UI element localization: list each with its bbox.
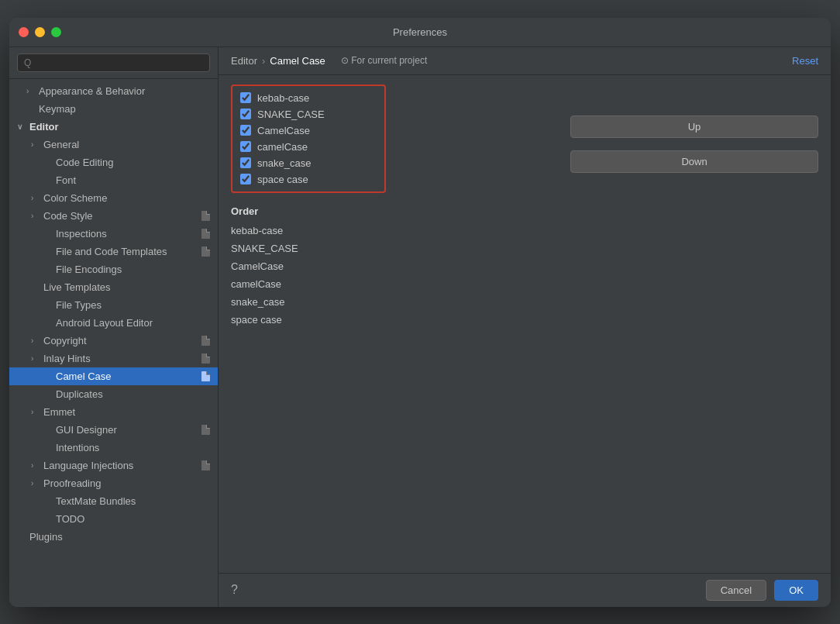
chevron-right-icon: › — [31, 336, 42, 345]
chevron-right-icon: › — [31, 354, 42, 363]
up-button[interactable]: Up — [570, 115, 818, 138]
order-item-4: snake_case — [231, 295, 386, 309]
order-section: Order kebab-case SNAKE_CASE CamelCase ca… — [231, 205, 386, 327]
sidebar-item-editor[interactable]: ∨ Editor — [9, 118, 218, 136]
chevron-right-icon: › — [31, 140, 42, 149]
chevron-right-icon: › — [31, 461, 42, 470]
sidebar-item-label: Copyright — [43, 335, 198, 346]
checkbox-snake-case[interactable] — [240, 157, 251, 168]
sidebar-item-todo[interactable]: TODO — [9, 510, 218, 528]
sidebar-item-label: Camel Case — [56, 371, 198, 382]
cancel-button[interactable]: Cancel — [706, 580, 766, 601]
window-title: Preferences — [393, 26, 447, 38]
checkbox-label: space case — [257, 174, 308, 185]
sidebar-item-label: Language Injections — [43, 460, 198, 471]
sidebar-item-label: Intentions — [56, 442, 210, 453]
sidebar-item-label: General — [43, 139, 210, 150]
sidebar-item-textmate-bundles[interactable]: TextMate Bundles — [9, 492, 218, 510]
order-item-3: camelCase — [231, 277, 386, 291]
sidebar-item-emmet[interactable]: › Emmet — [9, 403, 218, 421]
minimize-button[interactable] — [35, 27, 45, 37]
checkbox-space-case[interactable] — [240, 174, 251, 184]
sidebar-item-duplicates[interactable]: Duplicates — [9, 385, 218, 403]
checkbox-label: SNAKE_CASE — [257, 109, 325, 120]
sidebar-item-label: Font — [56, 174, 210, 186]
page-icon — [201, 336, 210, 346]
checkbox-snake-case-upper[interactable] — [240, 109, 251, 119]
for-project-label: ⊙ For current project — [341, 55, 427, 66]
breadcrumb-parent: Editor — [231, 55, 257, 67]
order-title: Order — [231, 205, 386, 217]
breadcrumb-separator: › — [262, 55, 265, 67]
sidebar-item-label: File Types — [56, 299, 210, 311]
sidebar-item-label: Android Layout Editor — [56, 317, 210, 329]
sidebar-item-inspections[interactable]: Inspections — [9, 225, 218, 243]
content-header: Editor › Camel Case ⊙ For current projec… — [219, 47, 831, 75]
sidebar-item-plugins[interactable]: Plugins — [9, 528, 218, 546]
sidebar-item-code-editing[interactable]: Code Editing — [9, 153, 218, 171]
sidebar-item-label: TODO — [56, 513, 210, 525]
checkbox-item-kebab-case: kebab-case — [240, 92, 377, 104]
sidebar-item-file-types[interactable]: File Types — [9, 296, 218, 314]
help-button[interactable]: ? — [231, 583, 238, 597]
search-bar — [9, 47, 218, 79]
sidebar-item-label: Code Style — [43, 210, 198, 222]
sidebar-item-keymap[interactable]: Keymap — [9, 100, 218, 118]
sidebar-item-label: Duplicates — [56, 388, 210, 400]
sidebar-item-gui-designer[interactable]: GUI Designer — [9, 421, 218, 439]
maximize-button[interactable] — [51, 27, 61, 37]
order-item-2: CamelCase — [231, 259, 386, 274]
sidebar-item-inlay-hints[interactable]: › Inlay Hints — [9, 350, 218, 367]
content-area: Editor › Camel Case ⊙ For current projec… — [219, 47, 831, 607]
sidebar-item-intentions[interactable]: Intentions — [9, 439, 218, 457]
for-project: ⊙ For current project — [341, 55, 427, 66]
right-panel: Up Down — [401, 84, 818, 564]
page-icon — [201, 246, 210, 257]
page-icon — [201, 371, 210, 381]
down-button[interactable]: Down — [570, 150, 818, 173]
sidebar-item-code-style[interactable]: › Code Style — [9, 207, 218, 225]
sidebar-item-label: TextMate Bundles — [56, 495, 210, 507]
close-button[interactable] — [19, 27, 29, 37]
ok-button[interactable]: OK — [774, 580, 818, 601]
sidebar-item-copyright[interactable]: › Copyright — [9, 332, 218, 350]
sidebar-item-file-code-templates[interactable]: File and Code Templates — [9, 243, 218, 260]
checkbox-item-camel-case-lower: camelCase — [240, 141, 377, 153]
order-item-0: kebab-case — [231, 223, 386, 238]
reset-button[interactable]: Reset — [792, 55, 818, 67]
left-panel: kebab-case SNAKE_CASE CamelCase cam — [231, 84, 386, 564]
checkbox-section: kebab-case SNAKE_CASE CamelCase cam — [231, 84, 386, 193]
chevron-right-icon: › — [31, 408, 42, 416]
sidebar: › Appearance & Behavior Keymap ∨ Editor … — [9, 47, 219, 607]
footer: ? Cancel OK — [219, 573, 831, 607]
sidebar-item-label: File and Code Templates — [56, 246, 198, 257]
sidebar-item-color-scheme[interactable]: › Color Scheme — [9, 189, 218, 207]
checkbox-item-camel-case-upper: CamelCase — [240, 125, 377, 136]
sidebar-item-file-encodings[interactable]: File Encodings — [9, 260, 218, 278]
breadcrumb: Editor › Camel Case — [231, 55, 325, 67]
search-input[interactable] — [17, 53, 210, 72]
checkbox-label: CamelCase — [257, 125, 310, 136]
chevron-right-icon: › — [31, 212, 42, 220]
chevron-right-icon: › — [31, 479, 42, 488]
window-controls — [19, 27, 61, 37]
checkbox-kebab-case[interactable] — [240, 92, 251, 103]
sidebar-item-font[interactable]: Font — [9, 171, 218, 189]
sidebar-item-live-templates[interactable]: Live Templates — [9, 278, 218, 296]
page-icon — [201, 211, 210, 221]
sidebar-item-label: Color Scheme — [43, 192, 210, 204]
checkbox-item-snake-case: snake_case — [240, 157, 377, 169]
sidebar-item-appearance[interactable]: › Appearance & Behavior — [9, 82, 218, 100]
sidebar-item-general[interactable]: › General — [9, 136, 218, 153]
sidebar-item-camel-case[interactable]: Camel Case — [9, 367, 218, 385]
order-item-5: space case — [231, 312, 386, 327]
sidebar-item-proofreading[interactable]: › Proofreading — [9, 474, 218, 492]
sidebar-item-label: Live Templates — [43, 281, 210, 293]
sidebar-item-label: GUI Designer — [56, 424, 198, 436]
sidebar-item-language-injections[interactable]: › Language Injections — [9, 457, 218, 474]
checkbox-camel-case-lower[interactable] — [240, 141, 251, 152]
sidebar-item-android-layout[interactable]: Android Layout Editor — [9, 314, 218, 332]
checkbox-camel-case-upper[interactable] — [240, 125, 251, 136]
sidebar-item-label: Appearance & Behavior — [39, 85, 210, 97]
sidebar-item-label: Plugins — [29, 531, 210, 543]
